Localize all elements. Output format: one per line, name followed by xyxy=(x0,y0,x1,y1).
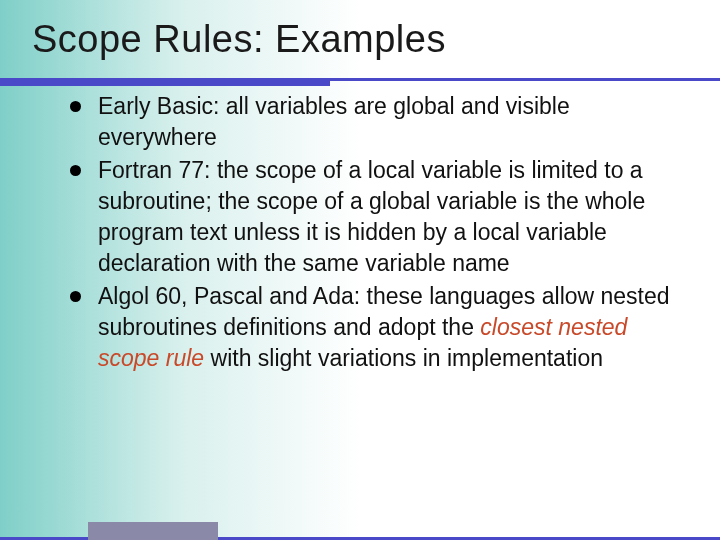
slide-content: Early Basic: all variables are global an… xyxy=(0,61,720,374)
footer-bar xyxy=(88,522,218,540)
list-item: Early Basic: all variables are global an… xyxy=(70,91,680,153)
bullet-prefix: Algol 60, Pascal and Ada: xyxy=(98,283,367,309)
bullet-list: Early Basic: all variables are global an… xyxy=(70,91,680,374)
bullet-prefix: Fortran 77: xyxy=(98,157,217,183)
title-underline xyxy=(0,78,720,86)
list-item: Fortran 77: the scope of a local variabl… xyxy=(70,155,680,279)
bullet-prefix: Early Basic: xyxy=(98,93,226,119)
list-item: Algol 60, Pascal and Ada: these language… xyxy=(70,281,680,374)
bullet-body-post: with slight variations in implementation xyxy=(204,345,603,371)
slide-title: Scope Rules: Examples xyxy=(0,0,720,61)
